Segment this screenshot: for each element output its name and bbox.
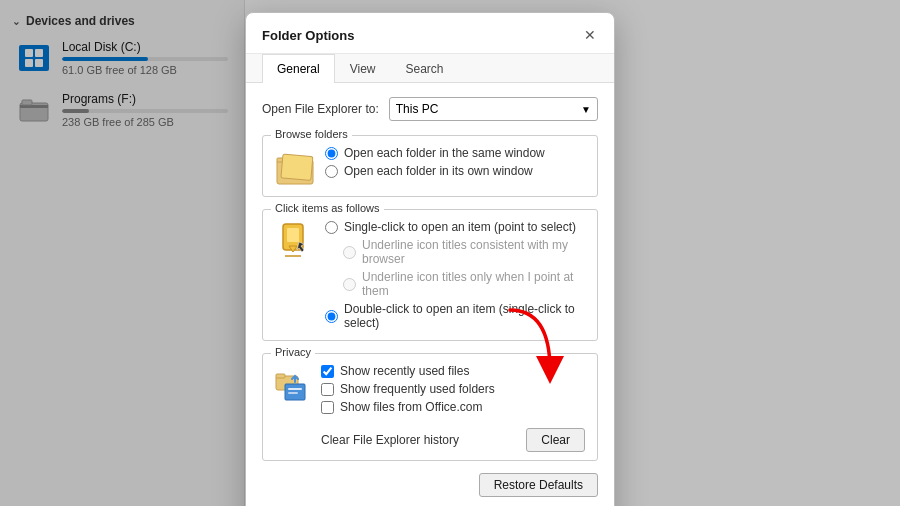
underline-point-label: Underline icon titles only when I point … [362,270,585,298]
tab-general[interactable]: General [262,54,335,83]
privacy-icon [275,362,311,402]
browse-option1-radio[interactable] [325,147,338,160]
open-file-explorer-value: This PC [396,102,439,116]
single-click-row: Single-click to open an item (point to s… [325,218,585,236]
click-items-icon [275,222,315,265]
browse-folders-section: Browse folders Open each folder in the s… [262,135,598,197]
double-click-row: Double-click to open an item (single-cli… [325,300,585,332]
browse-folders-legend: Browse folders [271,128,352,140]
show-office-label[interactable]: Show files from Office.com [340,400,483,414]
show-office-checkbox[interactable] [321,401,334,414]
privacy-section: Privacy [262,353,598,461]
privacy-checkboxes: Show recently used files Show frequently… [321,362,585,452]
double-click-radio[interactable] [325,310,338,323]
show-frequent-checkbox[interactable] [321,383,334,396]
clear-history-label: Clear File Explorer history [321,433,459,447]
clear-history-row: Clear File Explorer history Clear [321,424,585,452]
click-items-section: Click items as follows Single- [262,209,598,341]
show-frequent-row: Show frequently used folders [321,380,585,398]
browse-option2-label[interactable]: Open each folder in its own window [344,164,533,178]
browse-option2-radio[interactable] [325,165,338,178]
tab-view[interactable]: View [335,54,391,83]
browse-folders-content: Open each folder in the same window Open… [275,144,585,188]
single-click-label[interactable]: Single-click to open an item (point to s… [344,220,576,234]
browse-option1-row: Open each folder in the same window [325,144,585,162]
svg-rect-15 [288,388,302,390]
svg-rect-16 [288,392,298,394]
open-file-explorer-row: Open File Explorer to: This PC ▼ [262,97,598,121]
folder-options-dialog: Folder Options ✕ General View Search Ope… [245,12,615,506]
browse-folder-options: Open each folder in the same window Open… [325,144,585,180]
click-item-options: Single-click to open an item (point to s… [325,218,585,332]
clear-button[interactable]: Clear [526,428,585,452]
restore-defaults-row: Restore Defaults [262,473,598,503]
show-recent-label[interactable]: Show recently used files [340,364,469,378]
dialog-body: Open File Explorer to: This PC ▼ Browse … [246,83,614,506]
browse-option2-row: Open each folder in its own window [325,162,585,180]
click-items-legend: Click items as follows [271,202,384,214]
select-chevron-icon: ▼ [581,104,591,115]
svg-rect-13 [276,374,285,378]
underline-point-row: Underline icon titles only when I point … [325,268,585,300]
show-recent-row: Show recently used files [321,362,585,380]
single-click-radio[interactable] [325,221,338,234]
underline-point-radio [343,278,356,291]
browse-folders-icon [275,148,315,188]
underline-consistent-label: Underline icon titles consistent with my… [362,238,585,266]
dialog-titlebar: Folder Options ✕ [246,13,614,54]
underline-consistent-row: Underline icon titles consistent with my… [325,236,585,268]
restore-defaults-button[interactable]: Restore Defaults [479,473,598,497]
browse-option1-label[interactable]: Open each folder in the same window [344,146,545,160]
show-office-row: Show files from Office.com [321,398,585,416]
open-file-explorer-select[interactable]: This PC ▼ [389,97,598,121]
underline-consistent-radio [343,246,356,259]
svg-rect-8 [281,154,313,181]
dialog-close-button[interactable]: ✕ [578,23,602,47]
tab-search[interactable]: Search [391,54,459,83]
show-recent-checkbox[interactable] [321,365,334,378]
dialog-tabs: General View Search [246,54,614,83]
privacy-content: Show recently used files Show frequently… [275,362,585,452]
privacy-legend: Privacy [271,346,315,358]
open-file-explorer-label: Open File Explorer to: [262,102,379,116]
svg-rect-10 [287,228,299,242]
dialog-title: Folder Options [262,28,354,43]
click-items-content: Single-click to open an item (point to s… [275,218,585,332]
double-click-label[interactable]: Double-click to open an item (single-cli… [344,302,585,330]
show-frequent-label[interactable]: Show frequently used folders [340,382,495,396]
